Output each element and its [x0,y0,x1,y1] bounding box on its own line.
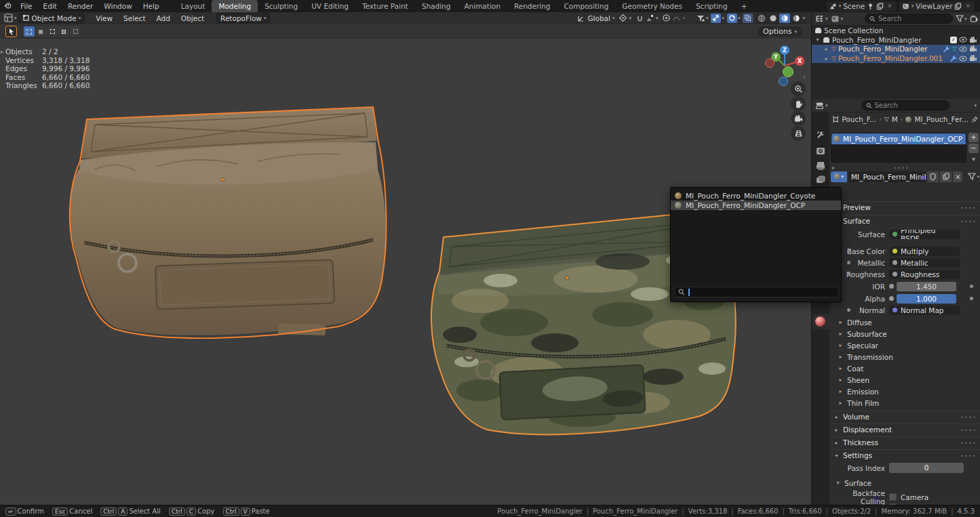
add-slot-button[interactable]: + [968,133,979,142]
copy-icon[interactable] [954,3,962,10]
pivot-dropdown[interactable]: ▾ [619,14,631,22]
disable-render-camera-icon[interactable] [969,45,977,52]
backface-camera-checkbox[interactable] [889,493,897,501]
camera-view-button[interactable] [791,111,806,126]
toggle-perspective-button[interactable] [791,126,806,141]
gizmo-z-axis[interactable]: Z [783,47,787,54]
surface-shader-dropdown[interactable]: Principled BSDF [889,230,960,239]
outliner-row-scene-collection[interactable]: Scene Collection [812,26,980,35]
zoom-button[interactable] [791,81,806,96]
tab-scripting[interactable]: Scripting [689,0,734,12]
panel-thickness[interactable]: ▸Thickness∙∙∙∙ [829,436,980,448]
mesh-data-icon[interactable]: ▽ [952,45,957,52]
shading-wireframe-button[interactable] [756,14,767,23]
panel-surface[interactable]: ▾Surface∙∙∙∙ [829,215,980,226]
xray-toggle[interactable] [743,14,753,23]
unlink-material-button[interactable]: ✕ [953,171,962,182]
outliner-row-collection[interactable]: ▾ Pouch_Ferro_MiniDangler ✓ [812,35,980,45]
menu-object[interactable]: Object [176,12,210,24]
tool-tab-icon[interactable] [815,130,826,141]
menu-file[interactable]: File [15,0,38,12]
overlays-toggle[interactable]: ▾ [727,14,741,23]
panel-displacement[interactable]: ▸Displacement∙∙∙∙ [829,423,980,435]
section-specular[interactable]: ▸Specular [838,340,878,350]
tab-uv-editing[interactable]: UV Editing [305,0,355,12]
metallic-input[interactable]: Metallic [889,258,960,268]
tab-modeling[interactable]: Modeling [212,0,258,12]
panel-settings[interactable]: ▾Settings∙∙∙∙ [829,449,980,461]
viewlayer-tab-icon[interactable] [815,175,826,186]
settings-surface-subpanel[interactable]: ▾Surface [835,478,871,488]
panel-volume[interactable]: ▸Volume∙∙∙∙ [829,411,980,422]
active-tool-tweak-button[interactable] [5,26,17,37]
select-invert-button[interactable] [58,26,69,37]
menu-select[interactable]: Select [118,12,151,24]
outliner-search[interactable] [865,14,953,24]
base-color-input[interactable]: Multiply [889,247,960,256]
collection-checkbox[interactable]: ✓ [950,37,957,43]
display-mode-dropdown[interactable]: ▾ [831,15,844,23]
orientation-dropdown[interactable]: Global ▾ [577,14,614,22]
animate-dot[interactable] [970,285,973,288]
modifier-wrench-icon[interactable] [949,55,957,62]
section-emission[interactable]: ▸Emission [838,386,879,396]
editor-type-dropdown[interactable]: ▾ [815,15,828,23]
expand-arrow-icon[interactable]: ▸ [823,46,829,52]
tab-texture-paint[interactable]: Texture Paint [355,0,415,12]
close-icon[interactable]: ✕ [964,3,972,9]
hide-viewport-eye-icon[interactable] [959,56,967,62]
normal-input[interactable]: Normal Map [889,306,960,315]
animate-dot[interactable] [970,297,973,300]
select-extend-button[interactable] [35,26,46,37]
tab-animation[interactable]: Animation [457,0,507,12]
proportional-edit-controls[interactable]: ▾ [662,14,685,22]
slot-specials-button[interactable]: ▾ [968,154,979,164]
gizmo-x-axis[interactable]: X [798,58,802,64]
fake-user-shield-button[interactable] [927,171,939,182]
section-transmission[interactable]: ▸Transmission [838,352,893,362]
object-visibility-dropdown[interactable]: ▾ [696,14,709,23]
section-diffuse[interactable]: ▸Diffuse [838,317,872,327]
pin-icon[interactable] [867,3,874,10]
pass-index-field[interactable]: 0 [889,463,964,473]
toolbar-expand-arrow[interactable]: ▸ [1,49,3,55]
region-collapse-arrow[interactable]: ‹ [803,73,806,81]
remove-slot-button[interactable]: − [968,144,979,153]
outliner-search-input[interactable] [878,15,948,22]
tab-sculpting[interactable]: Sculpting [258,0,305,12]
modifier-wrench-icon[interactable] [943,45,950,53]
output-tab-icon[interactable] [815,161,826,171]
section-thin-film[interactable]: ▸Thin Film [838,398,879,408]
breadcrumb-object[interactable]: Pouch_F... [842,115,876,123]
menu-edit[interactable]: Edit [38,0,62,12]
gizmo-y-axis[interactable]: Y [773,54,778,60]
popup-search-field[interactable] [674,287,839,297]
snap-controls[interactable]: ▾ [635,14,659,22]
options-button[interactable]: Options ▾ [758,26,802,37]
pin-icon[interactable] [971,116,978,123]
material-tab-active[interactable] [812,314,829,329]
menu-view[interactable]: View [90,12,118,24]
browse-material-button[interactable]: ▾ [831,171,847,182]
pouch-model-coyote[interactable] [54,102,393,339]
roughness-input[interactable]: Roughness [889,270,960,279]
gizmos-toggle[interactable]: ▾ [711,14,724,23]
editor-type-dropdown[interactable]: ▾ [815,102,828,110]
blender-logo-icon[interactable] [0,1,15,11]
section-subsurface[interactable]: ▸Subsurface [838,329,887,339]
breadcrumb-mesh[interactable]: M [892,115,898,123]
dropdown-item-coyote[interactable]: MI_Pouch_Ferro_MiniDangler_Coyote [671,191,841,201]
tab-shading[interactable]: Shading [415,0,458,12]
panel-preview[interactable]: ▾Preview∙∙∙∙ [829,201,980,213]
expand-arrow-icon[interactable]: ▸ [823,56,829,62]
breadcrumb-material[interactable]: MI_Pouch_Fer... [914,115,968,123]
select-set-button[interactable] [24,26,35,37]
hide-viewport-eye-icon[interactable] [959,46,967,52]
material-specials-dropdown[interactable]: ▾ [968,173,979,180]
new-material-copy-button[interactable] [940,171,952,182]
tab-geometry-nodes[interactable]: Geometry Nodes [615,0,689,12]
new-collection-icon[interactable] [970,15,979,23]
hide-viewport-eye-icon[interactable] [959,37,967,43]
close-icon[interactable]: ✕ [886,3,894,9]
chevron-down-icon[interactable]: ▾ [974,103,977,108]
